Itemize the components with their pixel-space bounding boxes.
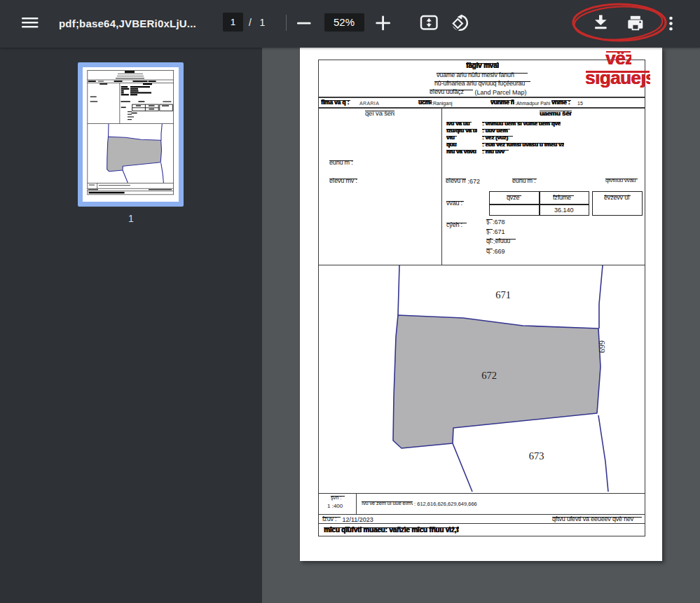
svg-text:673: 673	[529, 450, 544, 462]
svg-text:671: 671	[495, 289, 511, 300]
svg-text:672: 672	[481, 370, 497, 381]
svg-text:669: 669	[597, 340, 607, 353]
